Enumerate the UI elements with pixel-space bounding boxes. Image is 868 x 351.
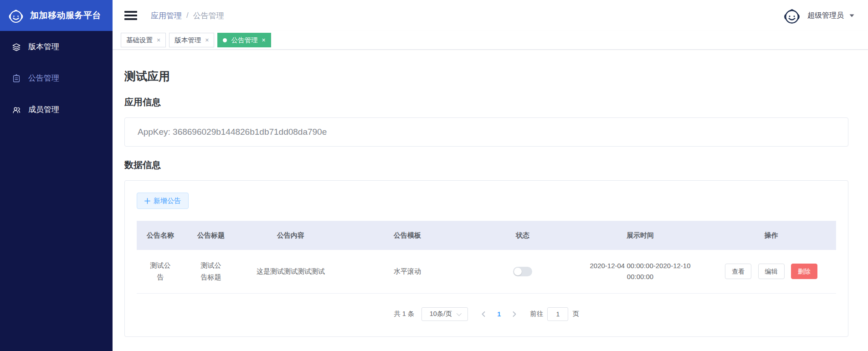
active-dot-icon — [223, 38, 227, 42]
sidebar-menu: 版本管理 公告管理 成员管理 — [0, 31, 113, 125]
cell-announcement-name: 测试公告 — [149, 259, 172, 284]
column-header-actions: 操作 — [706, 221, 836, 250]
cell-announcement-template: 水平滚动 — [394, 267, 421, 275]
next-page-button[interactable] — [506, 311, 523, 317]
platform-title: 加加移动服务平台 — [30, 10, 101, 21]
page-size-value: 10条/页 — [430, 310, 452, 318]
sidebar-item-label: 成员管理 — [28, 104, 59, 115]
close-icon[interactable]: × — [262, 37, 265, 43]
app-info-heading: 应用信息 — [124, 96, 848, 108]
avatar-smiley-icon — [782, 5, 802, 25]
table-row: 测试公告 测试公告标题 这是测试测试测试测试 水平滚动 2020-12-04 0… — [137, 250, 836, 293]
tab-label: 版本管理 — [175, 36, 201, 45]
appkey-value: AppKey: 368696029b144826b1db71dd08da790e — [138, 127, 327, 137]
close-icon[interactable]: × — [205, 37, 209, 43]
prev-page-button[interactable] — [475, 311, 492, 317]
breadcrumb: 应用管理 / 公告管理 — [151, 10, 224, 21]
close-icon[interactable]: × — [157, 37, 160, 43]
page-title: 测试应用 — [124, 69, 848, 84]
chevron-down-icon — [457, 310, 462, 315]
tab-label: 公告管理 — [231, 36, 257, 45]
topbar: 应用管理 / 公告管理 超级管理员 — [113, 0, 868, 31]
data-card: 新增公告 公告名称 公告标题 公告内容 公告模板 状态 展示时间 操作 — [124, 180, 848, 337]
cell-announcement-content: 这是测试测试测试测试 — [257, 267, 325, 275]
sidebar-item-label: 公告管理 — [28, 73, 59, 83]
column-header-status: 状态 — [471, 221, 574, 250]
breadcrumb-current: 公告管理 — [193, 10, 224, 21]
pagination: 共 1 条 10条/页 1 前往 页 — [137, 307, 836, 321]
logo-bar: 加加移动服务平台 — [0, 0, 113, 31]
chevron-down-icon — [849, 14, 854, 17]
tab-basic-settings[interactable]: 基础设置 × — [121, 33, 166, 47]
sidebar-item-version[interactable]: 版本管理 — [0, 31, 113, 62]
clipboard-icon — [11, 73, 21, 83]
breadcrumb-separator: / — [186, 11, 189, 20]
sidebar-item-members[interactable]: 成员管理 — [0, 94, 113, 125]
users-icon — [11, 105, 21, 115]
table-header-row: 公告名称 公告标题 公告内容 公告模板 状态 展示时间 操作 — [137, 221, 836, 250]
edit-button[interactable]: 编辑 — [758, 264, 785, 279]
page-number-1[interactable]: 1 — [492, 310, 506, 318]
column-header-title: 公告标题 — [184, 221, 238, 250]
pagination-total: 共 1 条 — [394, 310, 414, 318]
column-header-time: 展示时间 — [574, 221, 706, 250]
smiley-logo-icon — [7, 6, 25, 25]
tag-tabs-bar: 基础设置 × 版本管理 × 公告管理 × — [113, 31, 868, 50]
user-menu[interactable]: 超级管理员 — [782, 5, 854, 25]
toggle-knob — [514, 268, 522, 275]
appkey-card: AppKey: 368696029b144826b1db71dd08da790e — [124, 117, 848, 147]
status-toggle[interactable] — [513, 267, 532, 276]
tab-label: 基础设置 — [126, 36, 153, 45]
goto-page-input[interactable] — [547, 307, 568, 321]
layers-icon — [11, 42, 21, 52]
view-button[interactable]: 查看 — [725, 264, 751, 279]
sidebar: 加加移动服务平台 版本管理 公告管理 — [0, 0, 113, 351]
add-button-label: 新增公告 — [154, 197, 181, 205]
user-name: 超级管理员 — [807, 11, 844, 20]
goto-unit: 页 — [572, 310, 579, 318]
column-header-template: 公告模板 — [344, 221, 471, 250]
main-column: 应用管理 / 公告管理 超级管理员 — [113, 0, 868, 351]
cell-announcement-title: 测试公告标题 — [198, 259, 224, 284]
data-info-heading: 数据信息 — [124, 159, 848, 171]
plus-icon — [144, 198, 150, 204]
breadcrumb-parent[interactable]: 应用管理 — [151, 10, 182, 21]
content: 测试应用 应用信息 AppKey: 368696029b144826b1db71… — [113, 50, 868, 351]
tab-version[interactable]: 版本管理 × — [169, 33, 214, 47]
column-header-content: 公告内容 — [238, 221, 344, 250]
delete-button[interactable]: 删除 — [791, 264, 817, 279]
goto-label: 前往 — [530, 310, 543, 318]
hamburger-menu-icon[interactable] — [124, 11, 137, 20]
add-announcement-button[interactable]: 新增公告 — [137, 193, 189, 209]
page-size-select[interactable]: 10条/页 — [421, 307, 468, 321]
sidebar-item-announcement[interactable]: 公告管理 — [0, 62, 113, 94]
announcement-table: 公告名称 公告标题 公告内容 公告模板 状态 展示时间 操作 测试公告 测试公告… — [137, 221, 836, 294]
tab-announcement[interactable]: 公告管理 × — [217, 33, 271, 47]
column-header-name: 公告名称 — [137, 221, 184, 250]
cell-display-time: 2020-12-04 00:00:00-2020-12-10 00:00:00 — [590, 260, 691, 283]
sidebar-item-label: 版本管理 — [28, 41, 59, 52]
